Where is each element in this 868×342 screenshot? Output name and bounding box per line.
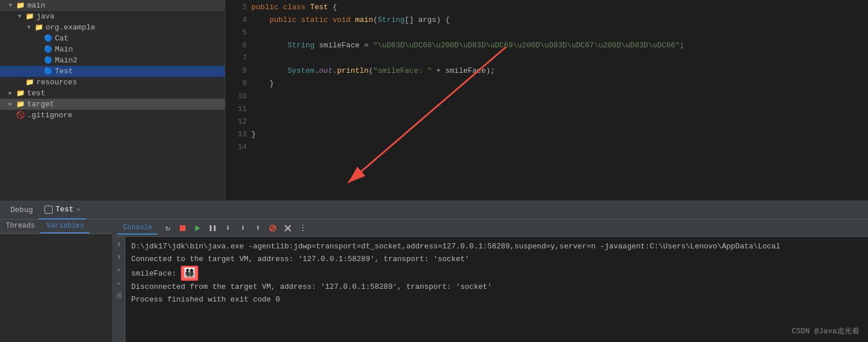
- step-into-button[interactable]: ⬇: [236, 222, 249, 235]
- tree-item-org-example[interactable]: ▼ 📁 org.example: [0, 22, 225, 33]
- debug-panel: Debug Test ✕ Threads Variables: [0, 200, 868, 342]
- console-tabs-row: Console ↻: [113, 220, 868, 237]
- step-out-button[interactable]: ⬆: [251, 222, 264, 235]
- class-icon-test: 🔵: [43, 67, 53, 76]
- threads-variables-panel: Threads Variables: [0, 220, 113, 342]
- restore-button[interactable]: ↻: [161, 222, 174, 235]
- tree-label-test-folder: test: [27, 89, 45, 98]
- arrow-target: ►: [6, 101, 15, 107]
- stop-button[interactable]: [176, 222, 189, 235]
- step-over-button[interactable]: ⬇: [221, 222, 234, 235]
- console-line-2: smileFace: 👨‍👩‍👧‍👦: [131, 266, 862, 281]
- tree-label-java: java: [36, 12, 54, 21]
- tree-item-test[interactable]: 🔵 Test: [0, 66, 225, 77]
- line-num-8: 8: [225, 65, 247, 77]
- test-tab-icon: [44, 206, 53, 214]
- tree-label-main-class: Main: [55, 45, 73, 54]
- resume-icon: [194, 224, 202, 232]
- line-num-12: 12: [225, 116, 247, 128]
- test-tab[interactable]: Test ✕: [39, 201, 86, 220]
- resume-button[interactable]: [191, 222, 204, 235]
- code-line-3: public class Test {: [251, 1, 868, 14]
- line-num-10: 10: [225, 90, 247, 103]
- console-area: Console ↻: [113, 220, 868, 342]
- folder-icon-java: 📁: [24, 12, 35, 21]
- code-line-8: System.out.println("smileFace: " + smile…: [251, 65, 868, 77]
- editor-area: ▶3 ▶4 5 6 7 8 9 10 11 12 13 14: [225, 0, 868, 200]
- folder-icon: 📁: [15, 1, 25, 10]
- threads-tab[interactable]: Threads: [0, 220, 40, 233]
- arrow-java: ▼: [15, 13, 24, 20]
- tree-item-main-class[interactable]: 🔵 Main: [0, 44, 225, 55]
- code-line-6: String smileFace = "\uD83D\uDC68\u200D\u…: [251, 39, 868, 52]
- svg-rect-2: [180, 225, 186, 231]
- tree-label-target: target: [27, 100, 54, 109]
- svg-rect-4: [210, 225, 212, 231]
- mute-button[interactable]: [266, 222, 279, 235]
- folder-icon-resources: 📁: [24, 78, 35, 87]
- svg-rect-5: [214, 225, 216, 231]
- line-numbers: ▶3 ▶4 5 6 7 8 9 10 11 12 13 14: [225, 0, 251, 200]
- clear-button[interactable]: [281, 222, 294, 235]
- arrow-org: ▼: [24, 24, 34, 31]
- code-content[interactable]: ▶3 ▶4 5 6 7 8 9 10 11 12 13 14: [225, 0, 868, 200]
- tree-label-main2: Main2: [55, 56, 77, 65]
- scroll-end-btn[interactable]: ↙: [114, 277, 124, 288]
- tree-item-target[interactable]: ► 📁 target: [0, 99, 225, 110]
- code-line-14: [251, 141, 868, 154]
- tree-item-main2[interactable]: 🔵 Main2: [0, 55, 225, 66]
- debug-tab-label: Debug: [10, 206, 33, 214]
- code-line-7: [251, 52, 868, 65]
- debug-content: Threads Variables Console ↻: [0, 220, 868, 342]
- console-tab-label: Console: [123, 224, 152, 232]
- code-line-5: [251, 27, 868, 39]
- side-buttons: ⬆ ⬇ ⇌ ↙ 🖨: [113, 237, 125, 342]
- main-layout: ▼ 📁 main ▼ 📁 java ▼ 📁 org.example 🔵 Cat …: [0, 0, 868, 200]
- console-line-3: Disconnected from the target VM, address…: [131, 281, 862, 293]
- console-line-1: Connected to the target VM, address: '12…: [131, 253, 862, 266]
- test-tab-close[interactable]: ✕: [76, 206, 80, 213]
- sidebar: ▼ 📁 main ▼ 📁 java ▼ 📁 org.example 🔵 Cat …: [0, 0, 225, 200]
- line-num-5: 5: [225, 27, 247, 39]
- class-icon-main: 🔵: [43, 45, 53, 54]
- scroll-up-btn[interactable]: ⬆: [114, 239, 124, 250]
- console-tab[interactable]: Console: [117, 222, 158, 235]
- console-output: D:\jdk17\jdk\bin\java.exe -agentlib:jdwp…: [125, 237, 868, 342]
- tree-item-test-folder[interactable]: ► 📁 test: [0, 88, 225, 99]
- tree-label-resources: resources: [36, 78, 77, 87]
- line-num-7: 7: [225, 52, 247, 65]
- more-button[interactable]: ⋮: [296, 222, 309, 235]
- tree-item-gitignore[interactable]: 🚫 .gitignore: [0, 110, 225, 121]
- line-num-14: 14: [225, 141, 247, 154]
- class-icon-main2: 🔵: [43, 56, 53, 65]
- line-num-11: 11: [225, 103, 247, 116]
- pause-button[interactable]: [206, 222, 219, 235]
- print-btn[interactable]: 🖨: [114, 290, 124, 300]
- tree-label-main: main: [27, 1, 45, 10]
- tree-item-resources[interactable]: 📁 resources: [0, 77, 225, 88]
- tree-label-gitignore: .gitignore: [27, 111, 72, 120]
- watermark: CSDN @Java追光着: [792, 326, 859, 336]
- code-lines: ▶3 ▶4 5 6 7 8 9 10 11 12 13 14: [225, 0, 868, 200]
- stop-icon: [179, 224, 187, 232]
- variables-tab[interactable]: Variables: [40, 220, 90, 233]
- code-text-area: public class Test { public static void m…: [251, 0, 868, 200]
- code-line-11: [251, 103, 868, 116]
- arrow-test-folder: ►: [6, 90, 15, 96]
- wrap-btn[interactable]: ⇌: [114, 265, 124, 275]
- tree-item-cat[interactable]: 🔵 Cat: [0, 33, 225, 44]
- tree-item-main[interactable]: ▼ 📁 main: [0, 0, 225, 11]
- svg-line-7: [270, 226, 275, 231]
- console-line-5: Process finished with exit code 0: [131, 293, 862, 306]
- tree-item-java[interactable]: ▼ 📁 java: [0, 11, 225, 22]
- variables-label: Variables: [46, 222, 84, 230]
- debug-tab[interactable]: Debug: [5, 201, 39, 220]
- tree-label-test: Test: [55, 67, 73, 76]
- code-line-10: [251, 90, 868, 103]
- svg-marker-3: [195, 225, 200, 231]
- scroll-down-btn[interactable]: ⬇: [114, 252, 124, 262]
- line-num-6: 6: [225, 39, 247, 52]
- mute-icon: [269, 224, 277, 232]
- line-num-13: 13: [225, 128, 247, 141]
- tree-label-org: org.example: [46, 23, 95, 32]
